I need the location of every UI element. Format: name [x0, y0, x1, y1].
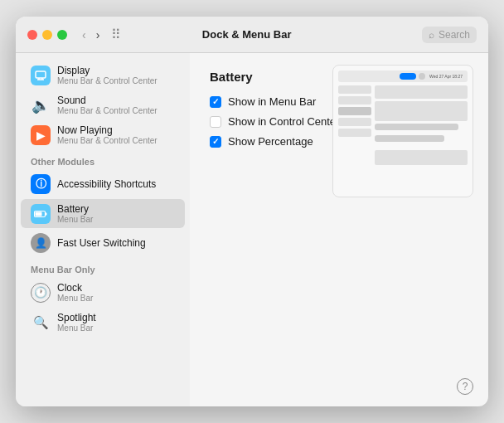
preview-main	[375, 85, 468, 165]
show-control-center-label: Show in Control Center	[228, 115, 339, 128]
accessibility-icon: ⓘ	[31, 174, 51, 194]
traffic-lights	[27, 30, 67, 40]
sidebar-item-battery-sub: Menu Bar	[57, 215, 93, 224]
preview-toggle	[400, 73, 416, 80]
clock-icon: 🕐	[31, 283, 51, 303]
preview-mockup: Wed 27 Apr 18:27	[332, 65, 473, 197]
sidebar-item-battery-name: Battery	[57, 203, 93, 215]
sidebar-item-clock-name: Clock	[57, 282, 93, 294]
sidebar: Display Menu Bar & Control Center 🔈 Soun…	[16, 53, 190, 406]
sidebar-item-spotlight[interactable]: 🔍 Spotlight Menu Bar	[21, 308, 185, 337]
sidebar-item-clock-sub: Menu Bar	[57, 294, 93, 303]
search-icon: ⌕	[429, 29, 434, 41]
preview-bar2	[375, 135, 444, 142]
show-menu-bar-checkbox[interactable]	[210, 96, 221, 108]
sidebar-item-display-sub: Menu Bar & Control Center	[57, 76, 158, 85]
window-title: Dock & Menu Bar	[71, 28, 422, 41]
sidebar-item-accessibility-name: Accessibility Shortcuts	[57, 178, 156, 190]
preview-bar1	[375, 124, 458, 130]
preview-s1	[338, 85, 371, 94]
help-button[interactable]: ?	[457, 378, 473, 395]
titlebar: ‹ › ⠿ Dock & Menu Bar ⌕ Search	[16, 17, 488, 53]
main-window: ‹ › ⠿ Dock & Menu Bar ⌕ Search	[16, 17, 488, 406]
preview-s5	[338, 129, 371, 137]
preview-content	[338, 85, 468, 165]
fullscreen-button[interactable]	[57, 30, 67, 40]
sidebar-item-battery[interactable]: Battery Menu Bar	[21, 199, 185, 228]
sidebar-item-nowplaying-sub: Menu Bar & Control Center	[57, 136, 158, 145]
search-placeholder: Search	[439, 29, 470, 41]
nowplaying-icon: ▶	[31, 125, 51, 145]
sidebar-item-sound-name: Sound	[57, 95, 158, 106]
sidebar-item-fastuser-name: Fast User Switching	[57, 237, 146, 249]
preview-m3	[375, 150, 468, 165]
show-percentage-checkbox[interactable]	[210, 136, 221, 148]
sidebar-item-display[interactable]: Display Menu Bar & Control Center	[21, 61, 185, 90]
sidebar-item-fastuser[interactable]: 👤 Fast User Switching	[21, 229, 185, 257]
section3-label: Menu Bar Only	[16, 258, 190, 277]
content-area: Display Menu Bar & Control Center 🔈 Soun…	[16, 53, 488, 406]
sidebar-item-spotlight-name: Spotlight	[57, 312, 96, 323]
spotlight-icon: 🔍	[31, 313, 51, 333]
minimize-button[interactable]	[42, 30, 52, 40]
show-control-center-checkbox[interactable]	[210, 116, 221, 128]
svg-rect-5	[46, 212, 47, 215]
sidebar-item-sound[interactable]: 🔈 Sound Menu Bar & Control Center	[21, 90, 185, 119]
preview-mockup-area: Wed 27 Apr 18:27	[332, 65, 473, 197]
preview-s3	[338, 107, 371, 115]
svg-rect-0	[36, 71, 46, 78]
sidebar-item-clock[interactable]: 🕐 Clock Menu Bar	[21, 278, 185, 307]
sidebar-item-spotlight-sub: Menu Bar	[57, 323, 96, 333]
main-panel: Battery Show in Menu Bar Show in Control…	[190, 53, 488, 406]
show-menu-bar-label: Show in Menu Bar	[228, 95, 316, 108]
preview-menubar-icon1	[419, 73, 425, 80]
preview-m2	[375, 101, 468, 121]
close-button[interactable]	[27, 30, 37, 40]
search-box[interactable]: ⌕ Search	[422, 27, 477, 43]
sidebar-item-sound-sub: Menu Bar & Control Center	[57, 106, 158, 115]
sound-icon: 🔈	[31, 95, 51, 115]
preview-sidebar	[338, 85, 371, 165]
sidebar-item-accessibility[interactable]: ⓘ Accessibility Shortcuts	[21, 170, 185, 198]
preview-menubar: Wed 27 Apr 18:27	[338, 70, 468, 82]
svg-rect-6	[36, 212, 42, 216]
sidebar-item-nowplaying[interactable]: ▶ Now Playing Menu Bar & Control Center	[21, 120, 185, 149]
preview-s4	[338, 118, 371, 126]
section2-label: Other Modules	[16, 150, 190, 169]
preview-s2	[338, 96, 371, 105]
show-percentage-label: Show Percentage	[228, 135, 313, 148]
fastuser-icon: 👤	[31, 233, 51, 253]
preview-m1	[375, 85, 468, 99]
sidebar-item-display-name: Display	[57, 65, 158, 76]
preview-date-text: Wed 27 Apr 18:27	[428, 74, 464, 79]
battery-icon	[31, 204, 51, 224]
help-label: ?	[463, 381, 468, 392]
sidebar-item-nowplaying-name: Now Playing	[57, 124, 158, 136]
display-icon	[31, 66, 51, 85]
